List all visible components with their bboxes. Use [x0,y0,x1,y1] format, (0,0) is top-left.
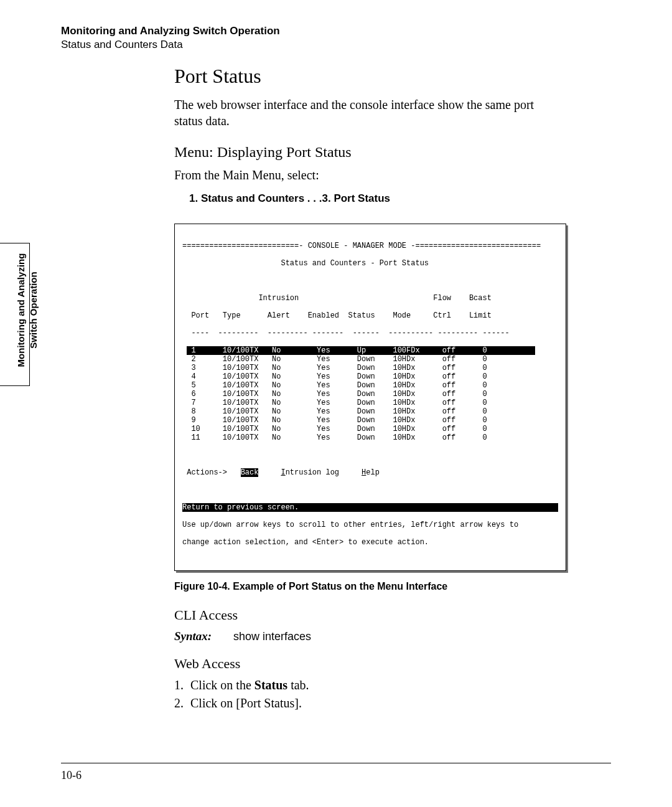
table-row: 3 10/100TX No Yes Down 10HDx off 0 [182,364,558,372]
console-actions: Actions-> Back Intrusion log Help [182,468,558,477]
syntax-label: Syntax: [174,630,212,643]
section-intro: The web browser interface and the consol… [174,97,560,129]
table-row: 8 10/100TX No Yes Down 10HDx off 0 [182,407,558,416]
console-status-line: Return to previous screen. [182,503,558,512]
console-hdr1: Intrusion Flow Bcast [182,294,558,303]
section-title: Port Status [174,65,611,88]
table-row: 2 10/100TX No Yes Down 10HDx off 0 [182,355,558,364]
cli-syntax: Syntax: show interfaces [174,630,611,643]
table-row: 1 10/100TX No Yes Up 100FDx off 0 [182,346,558,355]
table-row: 6 10/100TX No Yes Down 10HDx off 0 [182,390,558,399]
web-steps: Click on the Status tab.Click on [Port S… [187,678,611,710]
running-header-title: Monitoring and Analyzing Switch Operatio… [61,25,611,37]
console-title: Status and Counters - Port Status [182,259,558,268]
web-heading: Web Access [174,656,611,672]
console-help2: change action selection, and <Enter> to … [182,538,558,547]
side-tab: Monitoring and Analyzing Switch Operatio… [0,243,30,386]
side-tab-line1: Monitoring and Analyzing [16,253,26,367]
page-number: 10-6 [61,769,82,782]
console-hdr2: Port Type Alert Enabled Status Mode Ctrl… [182,311,558,320]
figure-caption: Figure 10-4. Example of Port Status on t… [174,581,611,592]
menu-heading: Menu: Displaying Port Status [174,144,611,161]
action-back: Back [241,468,259,477]
running-header: Monitoring and Analyzing Switch Operatio… [61,25,611,51]
console-blank2 [182,451,558,460]
syntax-command: show interfaces [233,630,311,643]
menu-instruction: From the Main Menu, select: [174,168,611,182]
menu-path: 1. Status and Counters . . .3. Port Stat… [189,192,611,205]
running-header-subtitle: Status and Counters Data [61,39,611,51]
list-item: Click on [Port Status]. [187,696,611,710]
console-blank [182,276,558,285]
console-help1: Use up/down arrow keys to scroll to othe… [182,521,558,529]
table-row: 11 10/100TX No Yes Down 10HDx off 0 [182,433,558,442]
list-item: Click on the Status tab. [187,678,611,692]
table-row: 9 10/100TX No Yes Down 10HDx off 0 [182,416,558,425]
console-screenshot: ==========================- CONSOLE - MA… [174,224,566,571]
table-row: 10 10/100TX No Yes Down 10HDx off 0 [182,425,558,433]
side-tab-line2: Switch Operation [28,271,39,348]
cli-heading: CLI Access [174,607,611,623]
console-hdr3: ---- --------- --------- ------- ------ … [182,329,558,337]
table-row: 5 10/100TX No Yes Down 10HDx off 0 [182,381,558,390]
table-row: 4 10/100TX No Yes Down 10HDx off 0 [182,372,558,381]
table-row: 7 10/100TX No Yes Down 10HDx off 0 [182,399,558,407]
console-border: ==========================- CONSOLE - MA… [182,242,558,250]
console-blank3 [182,486,558,494]
footer-rule [61,763,611,763]
